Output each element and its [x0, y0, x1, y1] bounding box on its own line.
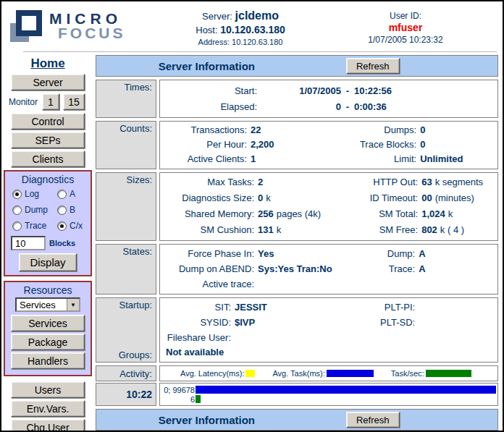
clients-button[interactable]: Clients: [11, 151, 85, 167]
groups-value: Not available: [161, 345, 493, 360]
legend-task-ms-label: Avg. Task(ms):: [272, 369, 324, 378]
blocks-input[interactable]: [11, 236, 46, 250]
activity-legend: Avg. Latency(ms): Avg. Task(ms): Task/se…: [159, 365, 498, 381]
radio-log-icon[interactable]: [12, 190, 22, 199]
times-section: Times: Start: 1/07/2005 - 10:22:56 Elaps…: [96, 80, 498, 118]
server-name: jcldemo: [235, 9, 279, 22]
sm-total-value: 1,024k: [421, 206, 493, 222]
radio-cx-icon[interactable]: [57, 221, 67, 231]
plt-pi-label: PLT-PI:: [334, 300, 415, 315]
force-phase-in-label: Force Phase In:: [161, 246, 254, 261]
sysid-value: $IVP: [235, 315, 334, 330]
radio-cx-label: C/x: [70, 221, 83, 231]
states-body: Force Phase In:Yes Dump on ABEND:Sys:Yes…: [159, 244, 498, 295]
sizes-body: Max Tasks: 2 Diagnostics Size: 0k Shared…: [159, 172, 498, 241]
radio-dump[interactable]: Dump: [12, 205, 57, 215]
home-link[interactable]: Home: [1, 56, 94, 71]
page-header: MICRO FOCUS Server: jcldemo Host: 10.120…: [1, 1, 503, 52]
startup-label: Startup:: [119, 300, 152, 310]
times-section-label: Times:: [96, 80, 156, 118]
main-panel: Server Information Refresh Times: Start:…: [94, 52, 503, 431]
history-row2-bar: [196, 395, 201, 403]
package-button[interactable]: Package: [11, 334, 85, 350]
transactions-value: 22: [251, 123, 334, 137]
services-button[interactable]: Services: [11, 315, 85, 331]
logo-text: MICRO FOCUS: [49, 10, 126, 41]
counts-section-label: Counts:: [96, 121, 156, 169]
refresh-button-bottom[interactable]: Refresh: [346, 412, 400, 428]
host-value: 10.120.63.180: [220, 24, 285, 35]
control-button[interactable]: Control: [11, 113, 85, 130]
footer-title: Server Information: [96, 414, 317, 426]
dumps-label: Dumps:: [334, 123, 416, 137]
max-tasks-label: Max Tasks:: [161, 174, 254, 190]
radio-trace[interactable]: Trace: [12, 221, 57, 231]
dump-state-value: A: [419, 246, 493, 261]
logo-word-micro: MICRO: [49, 12, 126, 26]
handlers-button[interactable]: Handlers: [11, 352, 85, 369]
radio-cx[interactable]: C/x: [57, 221, 91, 231]
times-elapsed-row: Elapsed: 0 - 0:00:36: [161, 99, 493, 115]
monitor-15-button[interactable]: 15: [63, 93, 85, 110]
legend-task-ms-swatch: [327, 370, 374, 377]
blocks-row: Blocks: [11, 236, 91, 250]
transactions-label: Transactions:: [161, 123, 247, 137]
legend-latency-label: Avg. Latency(ms):: [180, 369, 244, 378]
resources-title: Resources: [5, 284, 91, 296]
radio-a-icon[interactable]: [57, 190, 67, 199]
sit-value: JESSIT: [235, 300, 334, 315]
radio-a-label: A: [70, 189, 75, 199]
resources-select[interactable]: Services ▼: [15, 297, 80, 312]
chguser-button[interactable]: Chg.User: [11, 419, 85, 432]
legend-task-sec-swatch: [426, 370, 471, 377]
server-button[interactable]: Server: [11, 74, 85, 90]
trace-blocks-value: 0: [420, 137, 493, 152]
display-button[interactable]: Display: [19, 253, 77, 271]
app-window: MICRO FOCUS Server: jcldemo Host: 10.120…: [0, 0, 504, 432]
diagnostics-title: Diagnostics: [5, 174, 91, 185]
radio-trace-icon[interactable]: [12, 221, 22, 231]
elapsed-time: 0:00:36: [354, 99, 493, 115]
refresh-button-top[interactable]: Refresh: [346, 58, 400, 74]
monitor-row: Monitor 1 15: [9, 93, 94, 110]
elapsed-label: Elapsed:: [161, 99, 257, 115]
states-section-label: States:: [96, 244, 156, 295]
sm-cushion-value: 131k: [258, 222, 334, 238]
per-hour-value: 2,200: [251, 137, 334, 152]
trace-blocks-label: Trace Blocks:: [334, 137, 416, 152]
server-identity: Server: jcldemo Host: 10.120.63.180 Addr…: [196, 9, 285, 46]
main-header-bar: Server Information Refresh: [96, 55, 498, 77]
radio-log[interactable]: Log: [12, 189, 57, 199]
radio-b-label: B: [70, 205, 75, 215]
radio-b-icon[interactable]: [57, 206, 67, 215]
radio-b[interactable]: B: [57, 205, 91, 215]
radio-log-label: Log: [25, 189, 39, 199]
history-row1-bar: [196, 386, 496, 394]
blocks-label: Blocks: [49, 239, 75, 247]
sizes-section: Sizes: Max Tasks: 2 Diagnostics Size: 0k…: [96, 172, 498, 241]
elapsed-separator: -: [341, 99, 354, 115]
radio-dump-icon[interactable]: [12, 206, 22, 215]
seps-button[interactable]: SEPs: [11, 132, 85, 148]
shared-memory-value: 256pages (4k): [258, 206, 334, 222]
radio-a[interactable]: A: [57, 189, 91, 199]
radio-trace-label: Trace: [25, 221, 46, 231]
diagnostics-size-label: Diagnostics Size:: [161, 190, 254, 206]
monitor-1-button[interactable]: 1: [42, 93, 59, 110]
address-line: Address: 10.120.63.180: [196, 38, 285, 46]
counts-section: Counts: Transactions:22 Per Hour:2,200 A…: [96, 121, 498, 169]
startup-body: SIT:JESSIT SYSID:$IVP Fileshare User: PL…: [159, 297, 498, 363]
users-button[interactable]: Users: [11, 381, 85, 398]
radio-dump-label: Dump: [25, 205, 48, 215]
groups-label: Groups:: [119, 350, 152, 360]
history-time-label: 10:22: [96, 383, 156, 406]
id-timeout-label: ID Timeout:: [334, 190, 418, 206]
history-body: 0; 99678 6: [159, 383, 498, 406]
logo-word-focus: FOCUS: [58, 26, 126, 41]
fileshare-user-label: Fileshare User:: [161, 330, 231, 345]
monitor-label: Monitor: [9, 97, 38, 107]
main-footer-bar: Server Information Refresh: [96, 409, 498, 431]
chevron-down-icon[interactable]: ▼: [67, 299, 79, 310]
envvars-button[interactable]: Env.Vars.: [11, 400, 85, 417]
trace-state-label: Trace:: [334, 261, 415, 276]
